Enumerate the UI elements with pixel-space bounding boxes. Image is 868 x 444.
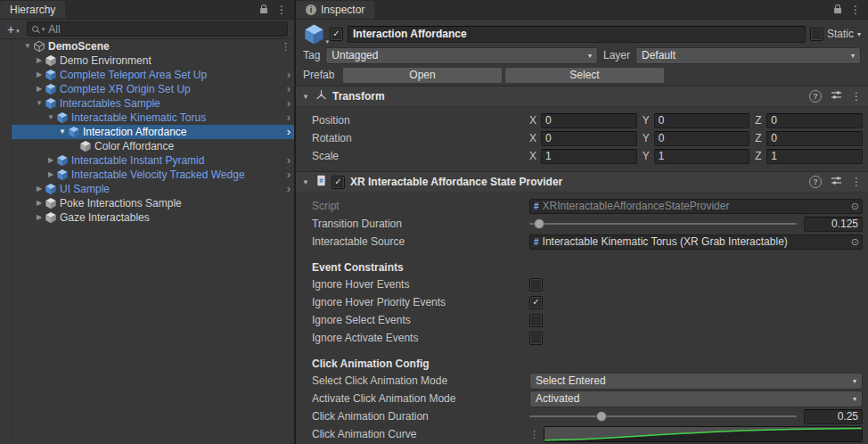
- gameobject-name-field[interactable]: Interaction Affordance: [348, 26, 806, 43]
- constraint-checkbox[interactable]: [529, 332, 543, 345]
- presets-icon[interactable]: [831, 175, 842, 189]
- hierarchy-item-gaze-interactables[interactable]: ▶Gaze Interactables: [12, 210, 294, 225]
- slider-handle[interactable]: [596, 411, 607, 422]
- foldout-icon[interactable]: ▼: [302, 178, 311, 186]
- click-duration-value-field[interactable]: 0.25: [804, 409, 863, 424]
- foldout-icon[interactable]: ▶: [34, 68, 45, 82]
- hierarchy-item-poke-interactions-sample[interactable]: ▶Poke Interactions Sample: [12, 196, 294, 210]
- foldout-icon[interactable]: ▼: [45, 111, 56, 125]
- transform-header[interactable]: ▼ Transform ? ⋮: [296, 86, 868, 107]
- prefab-open-arrow-icon[interactable]: ›: [287, 126, 291, 138]
- hierarchy-item-ui-sample[interactable]: ▶UI Sample›: [12, 182, 294, 196]
- hierarchy-search-input[interactable]: ▾ All: [27, 21, 288, 37]
- transition-duration-slider[interactable]: [529, 217, 797, 231]
- scale-z-field[interactable]: 1: [766, 149, 863, 164]
- lock-icon[interactable]: [260, 8, 267, 13]
- search-filter-arrow-icon[interactable]: ▾: [42, 26, 45, 33]
- position-x-field[interactable]: 0: [541, 113, 637, 128]
- help-icon[interactable]: ?: [809, 176, 822, 188]
- hierarchy-item-interactable-kinematic-torus[interactable]: ▼Interactable Kinematic Torus›: [12, 111, 294, 125]
- foldout-icon[interactable]: ▶: [34, 210, 45, 225]
- foldout-icon[interactable]: ▶: [45, 168, 56, 182]
- transition-duration-row: Transition Duration 0.125: [296, 215, 863, 233]
- constraint-checkbox[interactable]: [529, 278, 543, 292]
- object-picker-icon[interactable]: ⊙: [851, 236, 859, 248]
- rotation-y-field[interactable]: 0: [654, 131, 750, 146]
- tab-inspector[interactable]: i Inspector: [296, 1, 374, 19]
- position-y-field[interactable]: 0: [654, 113, 750, 128]
- static-dropdown-icon[interactable]: ▾: [857, 30, 861, 38]
- transition-duration-value-field[interactable]: 0.125: [804, 217, 863, 232]
- help-icon[interactable]: ?: [809, 90, 822, 103]
- lock-icon[interactable]: [834, 8, 841, 13]
- component-menu-icon[interactable]: ⋮: [851, 177, 862, 187]
- position-z-field[interactable]: 0: [766, 113, 863, 128]
- prefab-open-arrow-icon[interactable]: ›: [287, 111, 291, 124]
- foldout-icon[interactable]: ▶: [34, 53, 45, 68]
- presets-icon[interactable]: [831, 89, 842, 103]
- static-checkbox[interactable]: [810, 28, 823, 41]
- curve-context-menu-icon[interactable]: ⋮: [529, 429, 539, 440]
- script-label: Script: [312, 200, 529, 212]
- hierarchy-item-interactables-sample[interactable]: ▼Interactables Sample›: [12, 96, 294, 111]
- select-click-mode-dropdown[interactable]: Select Entered ▾: [529, 373, 863, 390]
- slider-handle[interactable]: [534, 218, 545, 229]
- active-checkbox[interactable]: ✓: [330, 28, 343, 41]
- component-enabled-checkbox[interactable]: ✓: [332, 176, 345, 189]
- rotation-x-field[interactable]: 0: [541, 131, 637, 146]
- constraint-checkbox[interactable]: ✓: [529, 296, 543, 309]
- component-menu-icon[interactable]: ⋮: [851, 91, 862, 102]
- hierarchy-item-complete-xr-origin-set-up[interactable]: ▶Complete XR Origin Set Up›: [12, 82, 294, 96]
- axis-fields: X0Y0Z0: [529, 131, 863, 146]
- create-button[interactable]: + ▾: [4, 23, 23, 36]
- click-animation-curve-field[interactable]: [544, 426, 863, 442]
- icon-picker-arrow[interactable]: ▾: [325, 38, 329, 45]
- rotation-z-field[interactable]: 0: [766, 131, 863, 146]
- foldout-icon[interactable]: ▼: [22, 39, 33, 53]
- info-icon: i: [306, 4, 316, 15]
- hierarchy-item-label: DemoScene: [48, 39, 110, 53]
- gameobject-cube-icon[interactable]: ▾: [303, 23, 325, 45]
- prefab-open-arrow-icon[interactable]: ›: [287, 97, 291, 110]
- hierarchy-item-label: Interactable Velocity Tracked Wedge: [71, 168, 245, 182]
- click-duration-row: Click Animation Duration 0.25: [296, 407, 863, 425]
- axis-label-x: X: [529, 132, 538, 144]
- foldout-icon[interactable]: ▶: [34, 182, 45, 196]
- hierarchy-item-interactable-instant-pyramid[interactable]: ▶Interactable Instant Pyramid›: [12, 153, 294, 168]
- transform-scale-label: Scale: [312, 150, 529, 162]
- foldout-icon[interactable]: ▼: [57, 125, 68, 139]
- foldout-icon[interactable]: ▼: [302, 93, 311, 101]
- interactable-source-field[interactable]: # Interactable Kinematic Torus (XR Grab …: [529, 234, 863, 250]
- foldout-icon[interactable]: ▶: [45, 153, 56, 168]
- foldout-icon[interactable]: ▶: [34, 82, 45, 96]
- prefab-open-button[interactable]: Open: [342, 67, 503, 84]
- prefab-open-arrow-icon[interactable]: ›: [287, 169, 291, 181]
- hierarchy-item-interactable-velocity-tracked-wedge[interactable]: ▶Interactable Velocity Tracked Wedge›: [12, 168, 294, 182]
- layer-dropdown[interactable]: Default ▾: [635, 47, 861, 64]
- prefab-select-button[interactable]: Select: [504, 67, 665, 84]
- prefab-open-arrow-icon[interactable]: ›: [287, 83, 291, 95]
- hierarchy-item-demo-environment[interactable]: ▶Demo Environment: [12, 53, 294, 68]
- hierarchy-item-complete-teleport-area-set-up[interactable]: ▶Complete Teleport Area Set Up›: [12, 68, 294, 82]
- constraint-checkbox[interactable]: [529, 314, 543, 327]
- hierarchy-item-demoscene[interactable]: ▼DemoScene⋮: [12, 39, 294, 53]
- panel-menu-icon[interactable]: ⋮: [850, 4, 861, 15]
- tag-dropdown[interactable]: Untagged ▾: [325, 47, 598, 64]
- prefab-open-arrow-icon[interactable]: ›: [287, 183, 291, 195]
- foldout-icon[interactable]: ▶: [34, 196, 45, 210]
- foldout-icon[interactable]: ▼: [34, 96, 45, 111]
- affordance-provider-header[interactable]: ▼ # ✓ XR Interactable Affordance State P…: [296, 171, 868, 193]
- panel-menu-icon[interactable]: ⋮: [276, 4, 287, 15]
- click-duration-slider[interactable]: [529, 409, 797, 423]
- scene-menu-icon[interactable]: ⋮: [281, 39, 291, 53]
- hierarchy-item-interaction-affordance[interactable]: ▼Interaction Affordance›: [12, 125, 294, 139]
- scale-y-field[interactable]: 1: [654, 149, 750, 164]
- scale-x-field[interactable]: 1: [541, 149, 637, 164]
- prefab-open-arrow-icon[interactable]: ›: [287, 69, 291, 81]
- object-picker-icon[interactable]: ⊙: [851, 201, 859, 212]
- hierarchy-item-color-affordance[interactable]: Color Affordance: [12, 139, 294, 153]
- chevron-down-icon: ▾: [853, 395, 856, 403]
- activate-click-mode-dropdown[interactable]: Activated ▾: [529, 391, 863, 407]
- prefab-open-arrow-icon[interactable]: ›: [287, 154, 291, 167]
- tab-hierarchy[interactable]: Hierarchy: [0, 1, 65, 19]
